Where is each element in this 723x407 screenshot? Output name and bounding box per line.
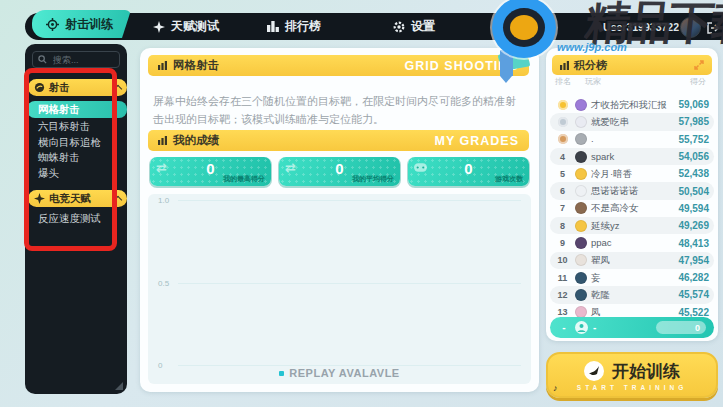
avatar [575, 151, 587, 163]
rank-number: 12 [557, 290, 567, 300]
legend-bullet [279, 371, 284, 376]
tab-label: 天赋测试 [171, 18, 219, 35]
leaderboard-panel: 积分榜 排名 玩家 得分 才收拾完和我汇报 59,069 [546, 48, 718, 341]
chart-icon [158, 61, 168, 70]
resize-handle[interactable] [115, 382, 123, 390]
mode-title-wrap: 网格射击 [158, 58, 219, 73]
sidebar-group-shooting[interactable]: 射击 [28, 79, 127, 96]
player-name: 翟凤 [591, 255, 678, 265]
note-deco-icon: ♪ [553, 383, 558, 393]
player-score: 47,954 [678, 255, 709, 266]
rank-number: 4 [560, 152, 565, 162]
gridline: 0.5 [178, 283, 521, 284]
legend-label: REPLAY AVALAVLE [289, 367, 399, 379]
sidebar-item[interactable]: 反应速度测试 [27, 211, 125, 226]
player-name: 凤 [591, 307, 678, 317]
player-name: ppac [591, 238, 678, 248]
score-chart: 1.0 0.5 0 REPLAY AVALAVLE [148, 194, 531, 384]
player-name: spark [591, 152, 678, 162]
avatar [575, 254, 587, 266]
user-avatar-icon [575, 321, 588, 334]
player-name: 不是高冷女 [591, 203, 678, 213]
tab-talent-test[interactable]: 天赋测试 [153, 13, 219, 40]
start-training-button[interactable]: 开始训练 START TRAINING ♪ [546, 352, 718, 398]
shoot-icon [34, 82, 45, 93]
player-name: 延续yz [591, 221, 678, 231]
sidebar-item[interactable]: 爆头 [27, 166, 125, 181]
sidebar-group-esports-talent[interactable]: 电竞天赋 [28, 190, 127, 207]
sidebar-item[interactable]: 六目标射击 [27, 119, 125, 134]
avatar [575, 99, 587, 111]
stat-label: 我的最高得分 [223, 174, 265, 184]
sidebar: 射击 网格射击 六目标射击 横向目标追枪 蜘蛛射击 爆头 电竞天赋 反应速度测试 [25, 44, 127, 394]
avatar [575, 289, 587, 301]
mode-title: 网格射击 [173, 58, 219, 73]
player-name: 才收拾完和我汇报 [591, 100, 678, 110]
tab-ranking[interactable]: 排行榜 [267, 13, 321, 40]
leaderboard-row: 8 延续yz 49,269 [550, 217, 714, 234]
player-name: 乾隆 [591, 290, 678, 300]
leaderboard-rows: 才收拾完和我汇报 59,069 就爱吃串 57,985 [550, 96, 714, 321]
sidebar-item[interactable]: 横向目标追枪 [27, 135, 125, 150]
sidebar-item[interactable]: 蜘蛛射击 [27, 150, 125, 165]
ytick: 1.0 [158, 196, 169, 205]
medal-icon [558, 134, 568, 144]
player-score: 52,438 [678, 168, 709, 179]
gridline: 1.0 [178, 200, 521, 201]
player-score: 49,269 [678, 220, 709, 231]
search-input[interactable] [51, 54, 114, 66]
leaderboard-row: 12 乾隆 45,574 [550, 286, 714, 303]
chevron-up-icon [114, 85, 122, 93]
user-avatar[interactable] [680, 17, 701, 38]
mode-header: 网格射击 GRID SHOOTING [148, 55, 529, 76]
gear-icon [393, 21, 405, 33]
leaderboard-row: 7 不是高冷女 49,594 [550, 200, 714, 217]
stat-label: 我的平均得分 [352, 174, 394, 184]
leaderboard-title: 积分榜 [574, 58, 607, 73]
group-label: 射击 [49, 81, 70, 95]
tab-shooting-training[interactable]: 射击训练 [32, 10, 131, 38]
sidebar-item[interactable]: 网格射击 [27, 101, 127, 118]
avatar [575, 185, 587, 197]
start-button-label: 开始训练 [612, 360, 680, 383]
player-name: 思诺诺诺诺 [591, 186, 678, 196]
avatar [575, 133, 587, 145]
rank-number: 11 [558, 273, 568, 283]
chart-icon [560, 61, 570, 70]
player-name: . [591, 134, 678, 144]
stat-label: 游戏次数 [495, 174, 523, 184]
gridline: 0 [178, 365, 521, 366]
stats-row: ⇄ 0 我的最高得分 ⇄ 0 我的平均得分 0 游戏次数 [150, 157, 529, 186]
tab-label: 设置 [411, 18, 435, 35]
col-rank: 排名 [555, 78, 571, 87]
tab-label: 排行榜 [285, 18, 321, 35]
leaderboard-header: 积分榜 [552, 55, 712, 75]
chart-icon [158, 136, 168, 145]
player-score: 54,056 [678, 151, 709, 162]
player-score: 48,413 [678, 238, 709, 249]
tab-settings[interactable]: 设置 [393, 13, 435, 40]
sidebar-items-talent: 反应速度测试 [25, 211, 127, 226]
player-score: 55,752 [678, 134, 709, 145]
rank-number: 9 [560, 238, 565, 248]
stat-best-score: ⇄ 0 我的最高得分 [150, 157, 271, 186]
star-burst-icon [153, 21, 165, 33]
grades-title-en: MY GRADES [435, 134, 519, 148]
grades-header: 我的成绩 MY GRADES [148, 130, 529, 151]
logout-icon[interactable] [707, 20, 720, 38]
player-score: 59,069 [678, 99, 709, 110]
rank-number: 7 [560, 203, 565, 213]
expand-icon[interactable] [694, 60, 704, 70]
leaderboard-columns: 排名 玩家 得分 [555, 78, 706, 87]
avatar [575, 220, 587, 232]
player-score: 46,282 [678, 272, 709, 283]
leaderboard-row: 4 spark 54,056 [550, 148, 714, 165]
avatar [575, 116, 587, 128]
user-name: - [593, 322, 596, 333]
avatar [575, 237, 587, 249]
avatar [575, 168, 587, 180]
search-box[interactable] [32, 51, 120, 68]
username: User319933722 [603, 13, 679, 40]
rank-number: 5 [560, 169, 565, 179]
tab-label: 射击训练 [65, 16, 113, 33]
